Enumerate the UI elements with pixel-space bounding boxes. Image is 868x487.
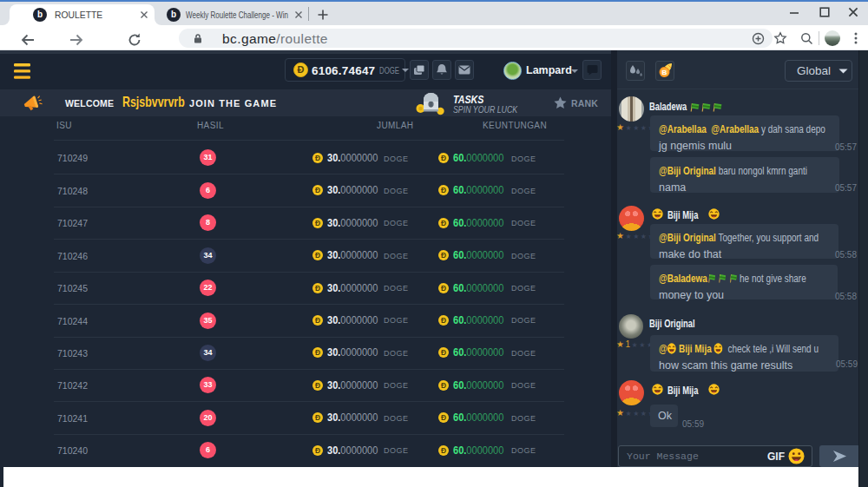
svg-text:B: B (662, 69, 667, 76)
